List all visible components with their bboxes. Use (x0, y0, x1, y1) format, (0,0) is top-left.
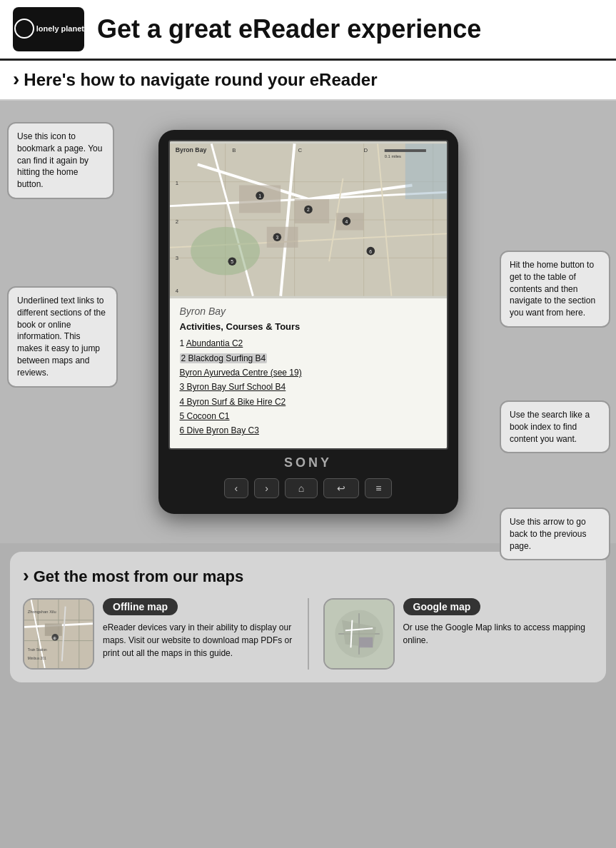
svg-rect-42 (45, 624, 62, 636)
offline-badge: Offline map (103, 598, 178, 615)
svg-text:Minibus 201: Minibus 201 (28, 657, 46, 660)
google-map-thumb (323, 598, 395, 670)
svg-text:4: 4 (345, 219, 348, 224)
list-item: 3 Byron Bay Surf School B4 (180, 380, 437, 394)
svg-text:3: 3 (175, 255, 178, 261)
logo-text: lonely planet (36, 24, 84, 34)
header: lonely planet Get a great eReader experi… (0, 0, 616, 61)
offline-map-content: Offline map eReader devices vary in thei… (103, 598, 293, 660)
svg-rect-22 (384, 149, 425, 152)
list-item: 2 Blackdog Surfing B4 (180, 351, 437, 365)
list-item: Byron Ayurveda Centre (see 19) (180, 365, 437, 380)
callout-search: Use the search like a book index to find… (500, 400, 610, 453)
svg-rect-50 (359, 637, 373, 647)
callout-home-text: Hit the home button to get to the table … (510, 260, 595, 318)
svg-text:⊕: ⊕ (53, 636, 56, 640)
offline-map-card: ⊕ Zhongshan Xilu Train Station Minibus 2… (23, 598, 293, 670)
nav-section-title: Here's how to navigate round your eReade… (13, 68, 603, 91)
svg-text:B: B (232, 147, 236, 153)
content-area: Byron Bay Activities, Courses & Tours 1 … (170, 298, 447, 448)
card-divider (308, 598, 309, 670)
logo: lonely planet (13, 7, 84, 51)
nav-area: Use this icon to bookmark a page. You ca… (0, 101, 616, 543)
home-button[interactable]: ⌂ (285, 478, 318, 498)
svg-rect-9 (405, 143, 446, 199)
svg-text:C: C (298, 147, 302, 153)
svg-text:0.1 miles: 0.1 miles (384, 154, 400, 158)
map-svg: Byron Bay B C D 1 2 3 4 0.1 miles 1 2 (170, 141, 447, 298)
list-item: 6 Dive Byron Bay C3 (180, 423, 437, 438)
callout-bookmark: Use this icon to bookmark a page. You ca… (7, 122, 114, 199)
svg-text:1: 1 (258, 193, 261, 198)
bottom-title: Get the most from our maps (23, 565, 593, 587)
google-map-svg (325, 600, 393, 668)
prev-page-button[interactable]: ‹ (224, 478, 249, 498)
svg-text:4: 4 (175, 288, 178, 294)
callout-underlined: Underlined text links to different secti… (7, 286, 118, 388)
content-heading: Activities, Courses & Tours (180, 321, 437, 332)
callout-back-text: Use this arrow to go back to the previou… (510, 517, 586, 551)
page-title: Get a great eReader experience (97, 16, 481, 42)
menu-button[interactable]: ≡ (365, 478, 392, 498)
callout-search-text: Use the search like a book index to find… (510, 410, 590, 444)
google-map-card: Google map Or use the Google Map links t… (323, 598, 594, 670)
bottom-cards: ⊕ Zhongshan Xilu Train Station Minibus 2… (23, 598, 593, 670)
place-name: Byron Bay (180, 306, 437, 317)
ereader-device: Byron Bay B C D 1 2 3 4 0.1 miles 1 2 (158, 130, 458, 514)
svg-text:Zhongshan Xilu: Zhongshan Xilu (28, 610, 56, 614)
offline-text: eReader devices vary in their ability to… (103, 621, 293, 660)
ereader-screen: Byron Bay B C D 1 2 3 4 0.1 miles 1 2 (168, 140, 448, 450)
google-map-content: Google map Or use the Google Map links t… (403, 598, 594, 647)
svg-text:2: 2 (307, 207, 310, 212)
svg-text:1: 1 (175, 181, 178, 187)
callout-bookmark-text: Use this icon to bookmark a page. You ca… (17, 131, 102, 189)
callout-home-button: Hit the home button to get to the table … (500, 251, 610, 328)
nav-section-bar: Here's how to navigate round your eReade… (0, 61, 616, 101)
google-badge: Google map (403, 598, 481, 615)
list-item: 1 Abundantia C2 (180, 336, 437, 350)
svg-text:3: 3 (276, 235, 278, 240)
google-text: Or use the Google Map links to access ma… (403, 621, 594, 647)
list-item: 5 Cocoon C1 (180, 409, 437, 423)
callout-underlined-text: Underlined text links to different secti… (17, 296, 106, 378)
back-button[interactable]: ↩ (323, 478, 359, 498)
ereader-brand: SONY (168, 450, 448, 474)
ereader-controls: ‹ › ⌂ ↩ ≡ (168, 474, 448, 504)
bottom-section: Get the most from our maps ⊕ (10, 552, 606, 682)
logo-circle (14, 19, 34, 39)
svg-text:6: 6 (369, 249, 372, 254)
offline-map-thumb: ⊕ Zhongshan Xilu Train Station Minibus 2… (23, 598, 94, 670)
listings-list: 1 Abundantia C2 2 Blackdog Surfing B4 By… (180, 336, 437, 438)
svg-rect-12 (266, 227, 298, 248)
svg-text:Byron Bay: Byron Bay (175, 146, 206, 153)
callout-back-arrow: Use this arrow to go back to the previou… (500, 508, 610, 560)
offline-map-svg: ⊕ Zhongshan Xilu Train Station Minibus 2… (24, 600, 93, 668)
map-display: Byron Bay B C D 1 2 3 4 0.1 miles 1 2 (170, 141, 447, 298)
svg-text:2: 2 (175, 218, 178, 225)
svg-text:5: 5 (231, 259, 233, 264)
svg-text:Train Station: Train Station (28, 648, 47, 652)
svg-point-8 (191, 227, 260, 276)
next-page-button[interactable]: › (254, 478, 279, 498)
list-item: 4 Byron Surf & Bike Hire C2 (180, 395, 437, 409)
svg-text:D: D (363, 147, 368, 153)
